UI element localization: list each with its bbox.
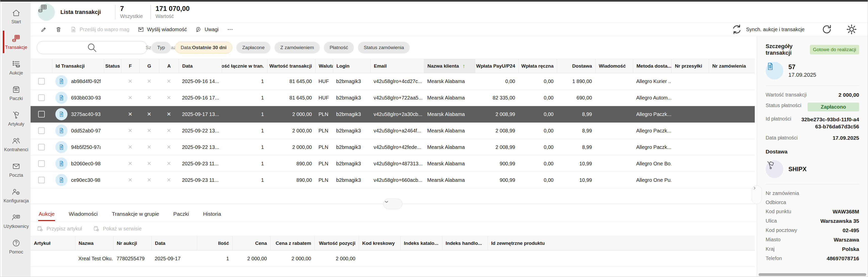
column-header-waluta[interactable]: Waluta bbox=[315, 59, 333, 73]
items-column-header-data[interactable]: Data bbox=[151, 236, 197, 250]
column-header-nr-przesyłki[interactable]: Nr przesyłki bbox=[671, 59, 709, 73]
detail-field-wartość-transakcji: Wartość transakcji2 000,00 bbox=[766, 92, 859, 98]
sidebar-item-paczki[interactable]: Paczki bbox=[2, 80, 31, 106]
row-checkbox[interactable] bbox=[38, 160, 45, 167]
table-row[interactable]: 693bb030-930✕✕✕2025-09-16 17...181 645,0… bbox=[31, 90, 755, 106]
stat-count-value: 7 bbox=[120, 5, 143, 13]
tab-wiadomości[interactable]: Wiadomości bbox=[68, 207, 98, 221]
contacts-icon bbox=[12, 136, 21, 145]
horizontal-scrollbar[interactable] bbox=[758, 273, 866, 276]
sidebar-item-artykuły[interactable]: Artykuły bbox=[2, 106, 31, 131]
sidebar-item-użytkownicy[interactable]: Użytkownicy bbox=[2, 208, 31, 234]
notes-button[interactable]: Uwagi bbox=[191, 23, 223, 36]
column-header-wartość-transakcji[interactable]: Wartość transakcji bbox=[267, 59, 315, 73]
items-column-header-indeks-handlo[interactable]: Indeks handlo... bbox=[442, 236, 488, 250]
table-row[interactable]: 3275ac40-93b✕✕✕2025-09-17 13...12 000,00… bbox=[31, 106, 755, 122]
client-cell: Mearsk Alabama bbox=[424, 111, 475, 117]
delete-button[interactable] bbox=[51, 23, 66, 36]
sidebar-item-konfiguracja[interactable]: Konfiguracja bbox=[2, 183, 31, 208]
column-header-nr-zamówienia[interactable]: Nr zamówienia bbox=[709, 59, 755, 73]
row-checkbox[interactable] bbox=[38, 111, 45, 117]
items-cell-nr-aukcji: 7780255479 bbox=[113, 256, 151, 261]
sidebar-item-start[interactable]: Start bbox=[2, 4, 31, 29]
column-header-login[interactable]: Login bbox=[333, 59, 370, 73]
tab-historia[interactable]: Historia bbox=[203, 207, 221, 221]
edit-button[interactable] bbox=[36, 23, 51, 36]
column-header-metoda-dosta[interactable]: Metoda dosta... bbox=[633, 59, 671, 73]
sync-auctions-transactions-button[interactable]: Synch. aukcje i transakcje bbox=[726, 23, 809, 36]
manual-cell: 0,00 bbox=[519, 111, 557, 117]
filter-chip-zapłacone[interactable]: Zapłacone bbox=[236, 42, 271, 53]
settings-button[interactable] bbox=[841, 23, 862, 36]
column-header-nazwa-klienta[interactable]: Nazwa klienta↑ bbox=[424, 59, 475, 73]
more-button[interactable] bbox=[223, 23, 238, 36]
items-column-header-wartość-pozycji[interactable]: Wartość pozycji bbox=[314, 236, 359, 250]
column-header-email[interactable]: Email bbox=[370, 59, 424, 73]
filter-chip-typ[interactable]: Typ bbox=[151, 42, 171, 53]
show-in-service-button[interactable]: Pokaż w serwisie bbox=[93, 225, 142, 232]
sidebar-item-label: Start bbox=[11, 19, 21, 25]
page-title: Lista transakcji bbox=[60, 9, 101, 16]
table-row[interactable]: 0dd52ab0-97a✕✕✕2025-09-22 13...12 000,00… bbox=[31, 122, 755, 139]
filter-chip-płatność[interactable]: Płatność bbox=[324, 42, 354, 53]
sidebar: StartTransakcjeAukcjePaczkiArtykułyKontr… bbox=[0, 2, 31, 277]
items-column-header-cena-z-rabatem[interactable]: Cena z rabatem bbox=[270, 236, 314, 250]
row-checkbox[interactable] bbox=[38, 177, 45, 183]
sidebar-item-aukcje[interactable]: Aukcje bbox=[2, 55, 31, 80]
filter-chip-z-zamówieniem[interactable]: Z zamówieniem bbox=[275, 42, 320, 53]
table-row[interactable]: 94b5f250-97a7✕✕✕2025-09-22 13...12 000,0… bbox=[31, 139, 755, 156]
column-header-ilość-łącznie-w-tran[interactable]: Ilość łącznie w tran. bbox=[222, 59, 267, 73]
search-box[interactable] bbox=[37, 41, 147, 54]
column-header-g[interactable]: G bbox=[139, 59, 159, 73]
row-checkbox[interactable] bbox=[38, 94, 45, 101]
items-table-row[interactable]: Xreal Test Oku...77802554792025-09-1712 … bbox=[31, 250, 755, 267]
column-label: Status bbox=[105, 63, 120, 69]
send-wapro-button[interactable]: Prześlij do wapro mag bbox=[66, 23, 133, 36]
table-row[interactable]: b2060ec0-985✕✕✕2025-09-23 11...1890,00PL… bbox=[31, 156, 755, 172]
items-column-header-ilość[interactable]: Ilość bbox=[197, 236, 232, 250]
assign-article-button[interactable]: Przypisz artykuł bbox=[37, 225, 82, 232]
filter-chip-ostatnie-30-dni[interactable]: Data: Ostatnie 30 dni bbox=[175, 42, 232, 53]
items-column-header-kod-kreskowy[interactable]: Kod kreskowy bbox=[359, 236, 400, 250]
column-header-status[interactable]: Status bbox=[104, 59, 121, 73]
column-header-f[interactable]: F bbox=[121, 59, 139, 73]
items-column-header-artykuł[interactable]: Artykuł bbox=[31, 236, 75, 250]
tab-transakcje-w-grupie[interactable]: Transakcje w grupie bbox=[111, 207, 159, 221]
column-header-id-transakcji[interactable]: Id Transakcji bbox=[52, 59, 104, 73]
column-header-wiadomość[interactable]: Wiadomość bbox=[595, 59, 633, 73]
table-row[interactable]: ab98d4f0-92f8✕✕✕2025-09-16 14...181 645,… bbox=[31, 73, 755, 90]
collapse-details-panel-button[interactable] bbox=[752, 185, 762, 204]
row-checkbox[interactable] bbox=[38, 127, 45, 134]
items-column-header-id-zewnętrzne-produktu[interactable]: Id zewnętrzne produktu bbox=[488, 236, 755, 250]
column-header-wpłata-ręczna[interactable]: Wpłata ręczna bbox=[519, 59, 557, 73]
field-value: Warszawska 35 bbox=[820, 218, 859, 224]
sidebar-item-transakcje[interactable]: Transakcje bbox=[2, 29, 31, 55]
items-column-header-nr-aukcji[interactable]: Nr aukcji bbox=[113, 236, 151, 250]
sidebar-item-pomoc[interactable]: Pomoc bbox=[2, 234, 31, 259]
column-header-a[interactable]: A bbox=[159, 59, 179, 73]
column-header-select[interactable] bbox=[31, 59, 52, 73]
send-message-button[interactable]: Wyślij wiadomość bbox=[133, 23, 191, 36]
expand-bottom-panel-button[interactable] bbox=[383, 198, 402, 209]
items-column-header-nazwa[interactable]: Nazwa bbox=[75, 236, 113, 250]
payu-cell: 0,00 bbox=[475, 79, 519, 84]
column-header-dostawa[interactable]: Dostawa bbox=[557, 59, 595, 73]
field-label: Id płatności bbox=[766, 116, 791, 122]
sidebar-item-label: Poczta bbox=[9, 173, 23, 178]
column-header-wpłata-payu-p24[interactable]: Wpłata PayU/P24 bbox=[475, 59, 519, 73]
flag-cell-g: ✕ bbox=[139, 144, 159, 150]
flag-cell-g: ✕ bbox=[139, 78, 159, 84]
filter-chip-status-zamówienia[interactable]: Status zamówienia bbox=[358, 42, 410, 53]
sidebar-item-poczta[interactable]: Poczta bbox=[2, 157, 31, 183]
sidebar-item-kontrahenci[interactable]: Kontrahenci bbox=[2, 131, 31, 157]
table-row[interactable]: ce90ec30-985✕✕✕2025-09-23 11...1890,00PL… bbox=[31, 172, 755, 188]
items-column-header-indeks-katalo[interactable]: Indeks katalo... bbox=[400, 236, 442, 250]
row-checkbox[interactable] bbox=[38, 78, 45, 85]
delete-icon bbox=[55, 26, 62, 33]
row-checkbox[interactable] bbox=[38, 144, 45, 150]
tab-paczki[interactable]: Paczki bbox=[173, 207, 190, 221]
column-header-data[interactable]: Data bbox=[179, 59, 222, 73]
refresh-button[interactable] bbox=[816, 23, 837, 36]
items-column-header-cena[interactable]: Cena bbox=[232, 236, 270, 250]
tab-aukcje[interactable]: Aukcje bbox=[38, 207, 55, 221]
